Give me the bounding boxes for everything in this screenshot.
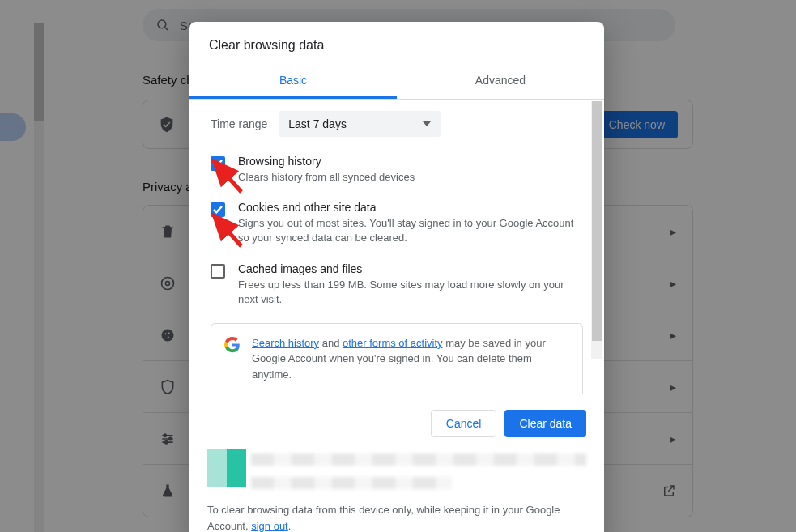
dialog-body: Time range Last 7 days Browsing history …	[189, 100, 604, 394]
option-title: Browsing history	[238, 155, 415, 168]
option-title: Cookies and other site data	[238, 201, 583, 214]
dialog-title: Clear browsing data	[189, 22, 604, 64]
option-desc: Clears history from all synced devices	[238, 170, 415, 185]
annotation-arrow-2	[209, 211, 245, 249]
option-desc: Frees up less than 199 MB. Some sites ma…	[238, 278, 583, 307]
dialog-scroll-thumb[interactable]	[592, 101, 602, 341]
annotation-arrow-1	[209, 156, 245, 195]
link-search-history[interactable]: Search history	[252, 337, 319, 349]
google-account-info: Search history and other forms of activi…	[211, 323, 583, 394]
link-sign-out[interactable]: sign out	[251, 520, 288, 532]
tab-advanced[interactable]: Advanced	[397, 64, 604, 99]
time-range-label: Time range	[211, 117, 267, 130]
blurred-account-row	[207, 449, 586, 489]
option-title: Cached images and files	[238, 262, 583, 275]
clear-browsing-data-dialog: Clear browsing data Basic Advanced Time …	[189, 22, 604, 532]
option-desc: Signs you out of most sites. You'll stay…	[238, 216, 583, 245]
checkbox-cached-images[interactable]	[211, 264, 225, 279]
time-range-select[interactable]: Last 7 days	[279, 111, 441, 137]
google-logo-icon	[224, 337, 241, 353]
caret-down-icon	[423, 121, 431, 126]
svg-line-14	[214, 161, 241, 192]
dialog-scrollbar[interactable]	[591, 101, 602, 359]
option-cached-images[interactable]: Cached images and files Frees up less th…	[207, 254, 586, 315]
dialog-tabs: Basic Advanced	[189, 64, 604, 100]
option-cookies[interactable]: Cookies and other site data Signs you ou…	[207, 193, 586, 253]
tab-basic[interactable]: Basic	[189, 64, 397, 99]
time-range-row: Time range Last 7 days	[207, 100, 586, 147]
svg-line-15	[214, 215, 241, 246]
clear-data-button[interactable]: Clear data	[504, 410, 586, 437]
link-other-activity[interactable]: other forms of activity	[343, 337, 443, 349]
option-browsing-history[interactable]: Browsing history Clears history from all…	[207, 147, 586, 193]
time-range-value: Last 7 days	[288, 117, 347, 130]
dialog-actions: Cancel Clear data	[189, 394, 604, 439]
sign-out-note: To clear browsing data from this device …	[207, 502, 586, 532]
cancel-button[interactable]: Cancel	[431, 410, 497, 437]
